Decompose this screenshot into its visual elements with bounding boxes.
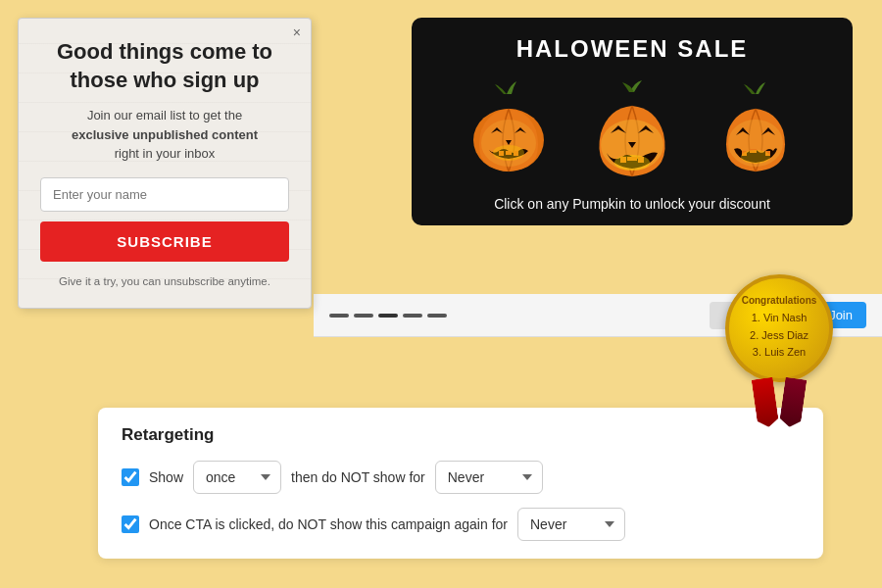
pumpkins-row: [431, 76, 833, 184]
medal-ribbon: [725, 378, 833, 427]
svg-point-10: [614, 155, 650, 171]
nav-dot-1: [329, 314, 349, 318]
medal: Congratulations 1. Vin Nash 2. Jess Diaz…: [725, 274, 833, 427]
click-text: Click on any Pumpkin to unlock your disc…: [431, 196, 833, 212]
pumpkin-2[interactable]: [578, 76, 686, 184]
nav-dot-3: [378, 314, 398, 318]
halloween-banner: HALOWEEN SALE: [412, 18, 853, 225]
ribbon-right: [779, 377, 808, 429]
show-duration-select[interactable]: Never: [435, 461, 543, 494]
retargeting-row-1: Show once then do NOT show for Never: [122, 461, 800, 494]
footer-note: Give it a try, you can unsubscribe anyti…: [40, 273, 289, 290]
cta-duration-select[interactable]: Never: [517, 508, 625, 541]
ribbon-left: [752, 377, 780, 429]
pumpkin-3[interactable]: [702, 76, 809, 184]
then-label: then do NOT show for: [291, 469, 425, 485]
show-frequency-select[interactable]: once: [193, 461, 281, 494]
nav-dot-2: [354, 314, 373, 318]
retargeting-panel: Retargeting Show once then do NOT show f…: [98, 408, 823, 559]
signup-popup: × Good things come to those who sign up …: [18, 18, 312, 309]
popup-subtitle: Join our email list to get the exclusive…: [40, 106, 289, 164]
svg-point-15: [741, 150, 770, 164]
cta-label: Once CTA is clicked, do NOT show this ca…: [149, 516, 508, 532]
winners-list: 1. Vin Nash 2. Jess Diaz 3. Luis Zen: [750, 310, 808, 362]
close-button[interactable]: ×: [293, 24, 301, 40]
show-label: Show: [149, 469, 183, 485]
svg-point-5: [493, 145, 524, 161]
nav-dots: [329, 314, 447, 318]
popup-heading: Good things come to those who sign up: [40, 38, 289, 94]
cta-clicked-checkbox[interactable]: [122, 515, 139, 533]
congrats-label: Congratulations: [742, 295, 817, 306]
halloween-title: HALOWEEN SALE: [431, 35, 833, 63]
retargeting-row-2: Once CTA is clicked, do NOT show this ca…: [122, 508, 800, 541]
retargeting-heading: Retargeting: [122, 425, 800, 445]
name-input[interactable]: [40, 177, 289, 212]
subscribe-button[interactable]: SUBSCRIBE: [40, 221, 289, 262]
nav-dot-5: [427, 314, 447, 318]
medal-circle: Congratulations 1. Vin Nash 2. Jess Diaz…: [725, 274, 833, 382]
show-once-checkbox[interactable]: [122, 468, 139, 486]
pumpkin-1[interactable]: [455, 76, 563, 184]
nav-dot-4: [403, 314, 422, 318]
